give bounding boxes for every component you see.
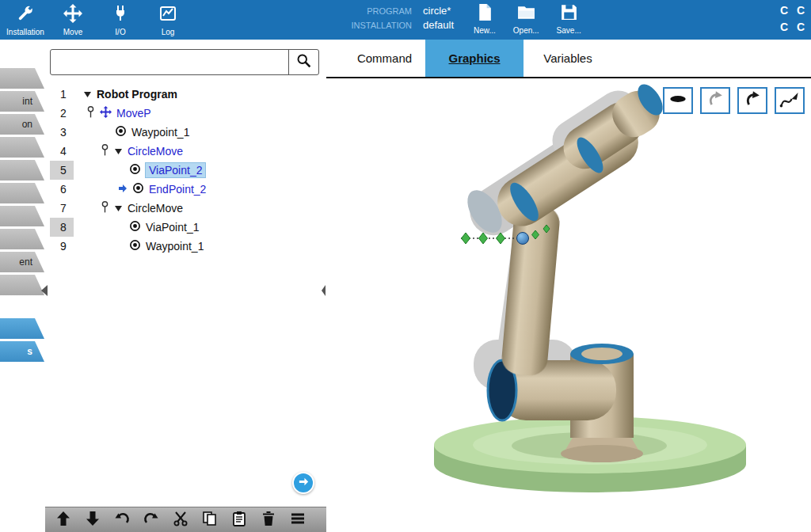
rotate-view-icon [741,89,764,112]
waypoint-diamond[interactable] [479,233,488,244]
program-label: PROGRAM [339,6,412,16]
top-bar: Installation Move I/O Log [0,0,811,40]
paste-icon [231,511,247,530]
left-strip-tab[interactable]: int [0,91,44,112]
search-icon [295,52,312,72]
command-panel: Command Graphics Variables [326,40,811,532]
undo-icon [114,511,130,530]
waypoint-icon [129,239,141,253]
tree-node-label: CircleMove [128,145,183,158]
line-number: 4 [50,142,74,161]
tree-node-label: ViaPoint_1 [146,221,199,234]
tree-node-label: Robot Program [97,88,177,101]
tab-graphics[interactable]: Graphics [425,40,524,77]
installation-name: default [423,19,454,31]
left-strip-tab[interactable]: ent [0,252,44,272]
flat-view-button[interactable] [663,87,693,114]
program-edit-toolbar [45,507,326,532]
tree-node-label: ViaPoint_2 [146,163,205,177]
nav-installation[interactable]: Installation [2,0,49,40]
left-strip-tab[interactable] [0,229,44,249]
new-program-label: New... [474,26,496,35]
rotate-view-secondary-button[interactable] [700,87,730,114]
corner-letter: C [794,20,808,34]
splitter-left-handle[interactable] [39,283,49,298]
caret-down-icon[interactable] [114,145,123,158]
robot-arm [488,80,668,462]
copy-button[interactable] [201,511,219,529]
move-up-button[interactable] [55,511,72,529]
tree-collapse-pin-icon[interactable] [101,200,109,216]
left-strip-tab[interactable] [0,160,44,180]
search-button[interactable] [288,50,318,74]
open-program-button[interactable]: Open... [513,2,539,35]
program-info: PROGRAM circle* INSTALLATION default [339,5,454,31]
paste-button[interactable] [230,511,248,529]
save-program-button[interactable]: Save... [557,2,581,35]
tree-node-label: MoveP [116,107,151,120]
left-strip-tab[interactable]: on [0,114,44,135]
arrow-right-icon [298,476,310,491]
tab-command[interactable]: Command [344,40,425,77]
left-strip-tab[interactable] [0,137,44,158]
corner-letter: C [777,3,791,17]
trash-icon [261,511,276,530]
line-number: 3 [50,123,74,142]
delete-button[interactable] [260,511,277,529]
corner-indicators: C C C C [777,3,808,34]
move-command-icon [100,106,112,120]
io-icon [111,4,130,26]
next-step-button[interactable] [292,472,314,494]
tree-row[interactable]: 8 ViaPoint_1 [50,218,323,237]
installation-label: INSTALLATION [339,21,412,30]
cut-button[interactable] [172,511,189,529]
redo-button[interactable] [143,511,160,529]
search-input[interactable] [51,50,288,74]
robot-3d-view[interactable] [326,78,811,532]
new-program-button[interactable]: New... [474,2,496,35]
program-search-box [50,49,319,75]
left-strip-tab[interactable] [0,275,44,295]
nav-log[interactable]: Log [144,0,192,40]
tree-row[interactable]: 4 CircleMove [50,142,323,161]
tree-row[interactable]: 7 CircleMove [50,199,323,218]
rotate-view-secondary-icon [703,89,727,112]
nav-move-label: Move [63,28,82,36]
redo-icon [143,511,159,530]
caret-down-icon[interactable] [114,202,123,215]
move-icon [63,4,82,26]
left-strip-tab[interactable] [0,206,44,226]
nav-installation-label: Installation [6,28,44,36]
move-down-button[interactable] [84,511,101,529]
tree-row[interactable]: 3 Waypoint_1 [50,123,323,142]
tree-row-selected[interactable]: 5 ViaPoint_2 [50,161,323,180]
save-file-icon [559,2,579,25]
waypoint-diamond[interactable] [462,233,470,244]
line-number: 9 [50,237,74,256]
tcp-sphere[interactable] [517,233,529,245]
tab-variables[interactable]: Variables [524,40,612,77]
left-strip-tab[interactable] [0,183,44,203]
rotate-view-button[interactable] [737,87,767,114]
corner-letter: C [794,3,808,17]
view-buttons [663,87,805,114]
panel-tabs: Command Graphics Variables [326,40,811,77]
tree-row[interactable]: 1 Robot Program [50,85,323,104]
flat-view-icon [666,89,690,112]
tree-row[interactable]: 6 EndPoint_2 [50,180,323,199]
left-strip-tab-active[interactable] [0,318,44,339]
nav-io[interactable]: I/O [97,0,144,40]
tree-collapse-pin-icon[interactable] [101,143,109,159]
tree-collapse-pin-icon[interactable] [86,105,95,121]
left-strip-tab-active[interactable]: s [0,341,44,362]
left-strip-tab[interactable] [0,68,44,89]
tree-row[interactable]: 2 MoveP [50,104,323,123]
tree-node-label: EndPoint_2 [149,183,206,196]
caret-down-icon[interactable] [83,88,92,101]
undo-button[interactable] [113,511,131,529]
nav-move[interactable]: Move [49,0,97,40]
tree-row[interactable]: 9 Waypoint_1 [50,237,323,256]
line-number: 7 [50,199,74,218]
suppress-button[interactable] [289,511,307,529]
trajectory-view-button[interactable] [775,87,805,114]
